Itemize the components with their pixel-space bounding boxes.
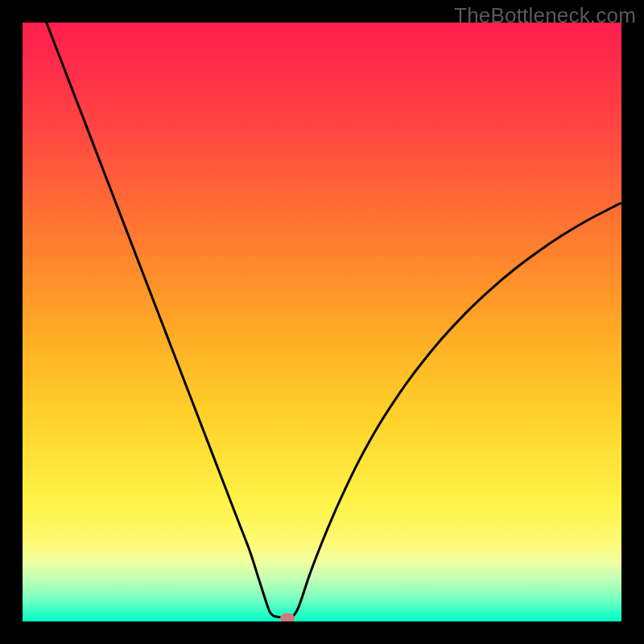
watermark-text: TheBottleneck.com <box>454 3 636 28</box>
bottleneck-curve <box>47 23 621 619</box>
plot-area <box>23 23 621 621</box>
curve-layer <box>23 23 621 621</box>
chart-container: TheBottleneck.com <box>0 0 644 644</box>
optimum-marker <box>280 613 295 621</box>
